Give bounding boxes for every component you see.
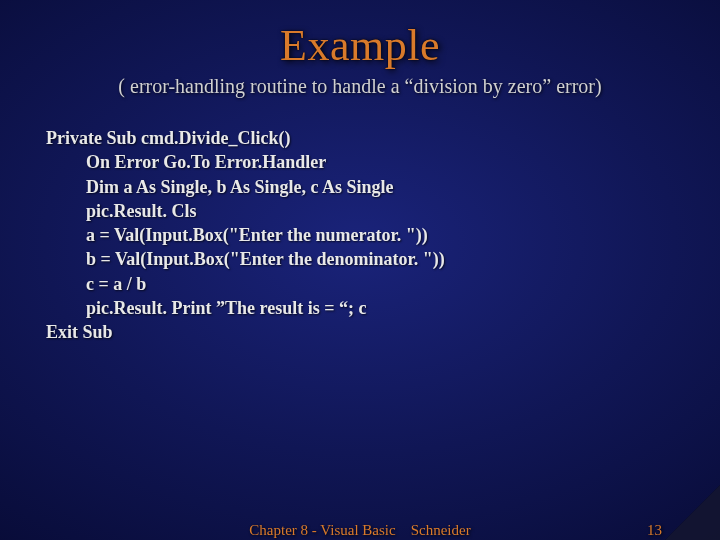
code-block: Private Sub cmd.Divide_Click() On Error … bbox=[46, 126, 674, 345]
code-line: a = Val(Input.Box("Enter the numerator. … bbox=[46, 223, 674, 247]
code-line: b = Val(Input.Box("Enter the denominator… bbox=[46, 247, 674, 271]
code-line: Exit Sub bbox=[46, 320, 674, 344]
code-line: pic.Result. Cls bbox=[46, 199, 674, 223]
footer-text: Chapter 8 - Visual Basic Schneider bbox=[249, 522, 470, 539]
slide-subtitle: ( error-handling routine to handle a “di… bbox=[0, 75, 720, 98]
code-line: On Error Go.To Error.Handler bbox=[46, 150, 674, 174]
code-line: c = a / b bbox=[46, 272, 674, 296]
code-line: Private Sub cmd.Divide_Click() bbox=[46, 126, 674, 150]
page-corner-fold-icon bbox=[665, 485, 720, 540]
code-line: pic.Result. Print ”The result is = “; c bbox=[46, 296, 674, 320]
code-line: Dim a As Single, b As Single, c As Singl… bbox=[46, 175, 674, 199]
page-number: 13 bbox=[647, 522, 662, 539]
slide-title: Example bbox=[0, 0, 720, 71]
